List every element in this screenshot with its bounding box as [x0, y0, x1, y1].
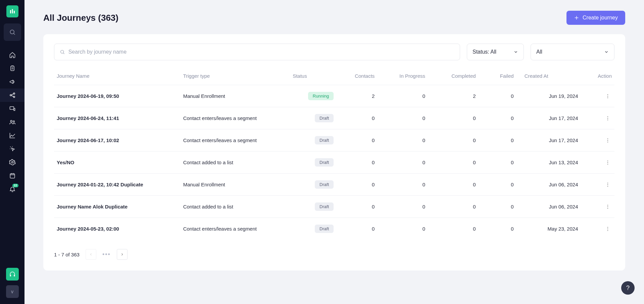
nav-analytics[interactable]: [0, 129, 24, 142]
svg-point-42: [607, 183, 608, 183]
status-cell: Draft: [290, 196, 336, 218]
status-cell: Draft: [290, 107, 336, 129]
svg-point-41: [607, 164, 608, 164]
created-cell: Jun 13, 2024: [522, 151, 581, 174]
trigger-cell: Contact enters/leaves a segment: [181, 129, 290, 151]
svg-rect-5: [11, 66, 14, 70]
svg-point-36: [607, 138, 608, 139]
col-completed-header: Completed: [433, 68, 484, 85]
nav-notifications[interactable]: 22: [0, 182, 24, 196]
row-menu-button[interactable]: [604, 92, 612, 100]
trigger-cell: Contact enters/leaves a segment: [181, 107, 290, 129]
journey-name-cell[interactable]: Journey 2024-06-17, 10:02: [54, 129, 181, 151]
trigger-cell: Manual Enrollment: [181, 85, 290, 107]
inprogress-cell: 0: [383, 218, 433, 240]
status-cell: Draft: [290, 218, 336, 240]
kebab-icon: [605, 204, 610, 209]
trigger-cell: Manual Enrollment: [181, 174, 290, 196]
svg-rect-24: [10, 275, 11, 277]
svg-point-37: [607, 140, 608, 141]
status-badge: Draft: [315, 136, 334, 144]
created-cell: Jun 17, 2024: [522, 129, 581, 151]
nav-contacts[interactable]: [0, 115, 24, 129]
chevron-down-icon: [513, 50, 518, 54]
col-inprogress-header: In Progress: [383, 68, 433, 85]
created-cell: Jun 06, 2024: [522, 196, 581, 218]
status-filter[interactable]: Status: All: [467, 44, 524, 60]
page-range: 1 - 7 of 363: [54, 252, 80, 257]
inprogress-cell: 0: [383, 151, 433, 174]
nav-announce[interactable]: [0, 75, 24, 88]
journey-name-cell[interactable]: Journey 2024-01-22, 10:42 Duplicate: [54, 174, 181, 196]
row-menu-button[interactable]: [604, 181, 612, 189]
nav-journeys[interactable]: [0, 88, 24, 102]
support-button[interactable]: [6, 268, 19, 281]
row-menu-button[interactable]: [604, 136, 612, 144]
status-badge: Draft: [315, 202, 334, 211]
user-avatar[interactable]: v: [6, 285, 19, 298]
completed-cell: 0: [433, 218, 484, 240]
nav-home[interactable]: [0, 48, 24, 62]
kebab-icon: [605, 94, 610, 99]
sidebar-search-button[interactable]: [4, 23, 21, 41]
status-badge: Draft: [315, 180, 334, 189]
journey-name-cell[interactable]: Journey Name Alok Duplicate: [54, 196, 181, 218]
nav-engage[interactable]: [0, 142, 24, 156]
col-action-header: Action: [581, 68, 614, 85]
svg-rect-1: [12, 9, 13, 13]
created-cell: Jun 17, 2024: [522, 107, 581, 129]
cursor-click-icon: [9, 145, 16, 152]
scope-filter[interactable]: All: [531, 44, 614, 60]
journeys-table: Journey Name Trigger type Status Contact…: [54, 68, 614, 240]
notification-badge: 22: [12, 184, 18, 187]
row-menu-button[interactable]: [604, 203, 612, 211]
inprogress-cell: 0: [383, 174, 433, 196]
page-title: All Journeys (363): [43, 13, 118, 23]
inprogress-cell: 0: [383, 107, 433, 129]
main-content: All Journeys (363) Create journey Status…: [24, 0, 644, 304]
status-cell: Draft: [290, 151, 336, 174]
kebab-icon: [605, 226, 610, 232]
inprogress-cell: 0: [383, 196, 433, 218]
journey-name-cell[interactable]: Journey 2024-06-19, 09:50: [54, 85, 181, 107]
nav-calendar[interactable]: [0, 169, 24, 182]
row-menu-button[interactable]: [604, 225, 612, 233]
svg-point-3: [10, 30, 14, 34]
scope-filter-label: All: [536, 49, 542, 55]
help-button[interactable]: ?: [621, 281, 635, 295]
journey-name-cell[interactable]: Yes/NO: [54, 151, 181, 174]
svg-point-48: [607, 227, 608, 228]
svg-point-33: [607, 116, 608, 117]
svg-point-40: [607, 162, 608, 163]
search-input[interactable]: [68, 49, 454, 55]
col-contacts-header: Contacts: [336, 68, 383, 85]
clipboard-icon: [9, 65, 16, 72]
journey-name-cell[interactable]: Journey 2024-05-23, 02:00: [54, 218, 181, 240]
svg-point-49: [607, 229, 608, 229]
create-journey-button[interactable]: Create journey: [566, 11, 625, 25]
prev-page-button[interactable]: [86, 249, 96, 260]
nav-clipboard[interactable]: [0, 62, 24, 75]
table-row: Journey 2024-06-19, 09:50 Manual Enrollm…: [54, 85, 614, 107]
megaphone-icon: [9, 78, 16, 85]
nav-settings[interactable]: [0, 156, 24, 169]
svg-rect-20: [10, 174, 14, 178]
journey-name-cell[interactable]: Journey 2024-06-24, 11:41: [54, 107, 181, 129]
svg-line-4: [13, 34, 15, 35]
row-menu-button[interactable]: [604, 159, 612, 167]
search-journey-box[interactable]: [54, 44, 460, 60]
col-trigger-header: Trigger type: [181, 68, 290, 85]
trigger-cell: Contact added to a list: [181, 151, 290, 174]
completed-cell: 2: [433, 85, 484, 107]
svg-line-11: [11, 94, 13, 95]
pagination-dots: •••: [102, 251, 111, 258]
row-menu-button[interactable]: [604, 114, 612, 122]
svg-point-47: [607, 208, 608, 208]
completed-cell: 0: [433, 151, 484, 174]
nav-templates[interactable]: [0, 102, 24, 115]
trigger-cell: Contact added to a list: [181, 196, 290, 218]
next-page-button[interactable]: [117, 249, 128, 260]
failed-cell: 0: [484, 196, 522, 218]
trigger-cell: Contact enters/leaves a segment: [181, 218, 290, 240]
inprogress-cell: 0: [383, 85, 433, 107]
